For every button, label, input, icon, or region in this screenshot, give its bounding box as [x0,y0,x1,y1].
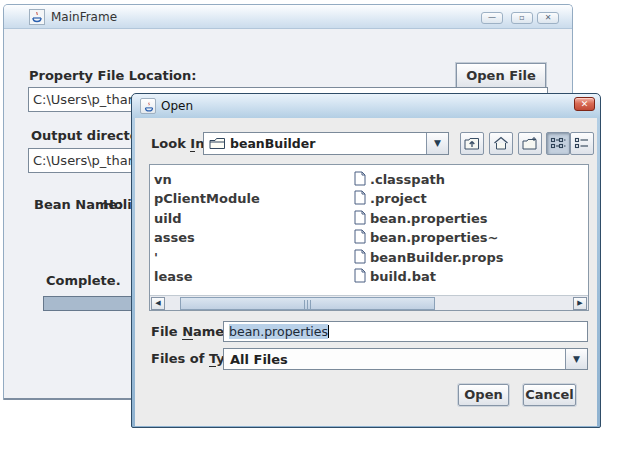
dialog-titlebar[interactable]: Open ✕ [132,94,600,118]
list-item[interactable]: uild [154,211,181,227]
new-folder-button[interactable] [518,132,542,155]
list-item[interactable]: beanBuilder.props [370,250,504,266]
file-icon [354,210,366,225]
minimize-button[interactable]: — [481,12,503,24]
chevron-down-icon: ▼ [434,138,441,148]
look-in-combobox[interactable]: beanBuilder ▼ [203,132,449,155]
list-item[interactable]: bean.properties [370,211,488,227]
details-view-icon [574,136,590,151]
home-button[interactable] [489,132,513,155]
maximize-button[interactable]: ▫ [511,12,533,24]
list-item[interactable]: build.bat [370,269,436,285]
list-item[interactable]: asses [154,230,195,246]
close-icon: ✕ [545,13,552,22]
file-name-input[interactable]: bean.properties [223,321,588,342]
window-title: MainFrame [51,10,117,24]
file-icon [354,190,366,205]
scrollbar-thumb[interactable] [180,297,435,310]
list-item[interactable]: bean.properties~ [370,230,498,246]
dialog-title: Open [161,99,193,113]
dialog-close-button[interactable]: ✕ [574,97,595,111]
scroll-left-button[interactable]: ◀ [151,297,165,310]
scroll-right-button[interactable]: ▶ [573,297,587,310]
horizontal-scrollbar[interactable]: ◀ ▶ [150,295,588,310]
home-icon [493,136,509,151]
desktop: MainFrame — ▫ ✕ Property File Location: … [0,0,640,449]
list-item[interactable]: lease [154,269,193,285]
files-of-type-combobox[interactable]: All Files ▼ [223,348,588,370]
chevron-down-icon: ▼ [573,354,580,364]
text-caret [328,325,329,338]
selected-text: bean.properties [229,324,328,339]
up-folder-button[interactable] [460,132,484,155]
details-view-toggle[interactable] [570,132,594,155]
files-of-type-value: All Files [230,352,288,367]
java-cup-icon [140,98,156,114]
look-in-dropdown-button[interactable]: ▼ [426,133,448,154]
file-icon [354,249,366,264]
maximize-icon: ▫ [519,13,524,22]
list-item[interactable]: .classpath [370,172,445,188]
folder-icon [209,137,226,150]
list-item[interactable]: vn [154,172,172,188]
dialog-body: Look In: beanBuilder ▼ [135,118,597,426]
mainframe-titlebar[interactable]: MainFrame — ▫ ✕ [4,5,572,29]
files-of-type-dropdown-button[interactable]: ▼ [565,349,587,369]
list-item[interactable]: ' [154,250,158,266]
scroll-left-icon: ◀ [155,299,160,307]
minimize-icon: — [488,13,496,22]
look-in-label: Look In: [151,136,210,151]
file-list[interactable]: vn pClientModule uild asses ' lease .cla… [149,164,589,311]
list-item[interactable]: pClientModule [154,191,260,207]
new-folder-icon [522,136,538,151]
grid-view-icon [550,136,566,151]
grid-view-toggle[interactable] [546,132,570,155]
open-file-button[interactable]: Open File [456,63,546,89]
file-name-label: File Name: [151,324,229,339]
java-cup-icon [29,9,45,25]
file-icon [354,171,366,186]
status-text: Complete. [46,273,121,288]
scrollbar-grip [304,300,312,309]
file-icon [354,268,366,283]
property-file-location-label: Property File Location: [29,68,197,83]
open-dialog: Open ✕ Look In: beanBuilder ▼ [131,93,601,428]
list-item[interactable]: .project [370,191,427,207]
file-icon [354,229,366,244]
close-icon: ✕ [581,99,589,109]
scroll-right-icon: ▶ [577,299,582,307]
cancel-button[interactable]: Cancel [523,384,576,406]
up-folder-icon [464,136,480,151]
open-button[interactable]: Open [458,384,509,406]
close-button[interactable]: ✕ [537,12,559,24]
look-in-value: beanBuilder [230,136,315,151]
